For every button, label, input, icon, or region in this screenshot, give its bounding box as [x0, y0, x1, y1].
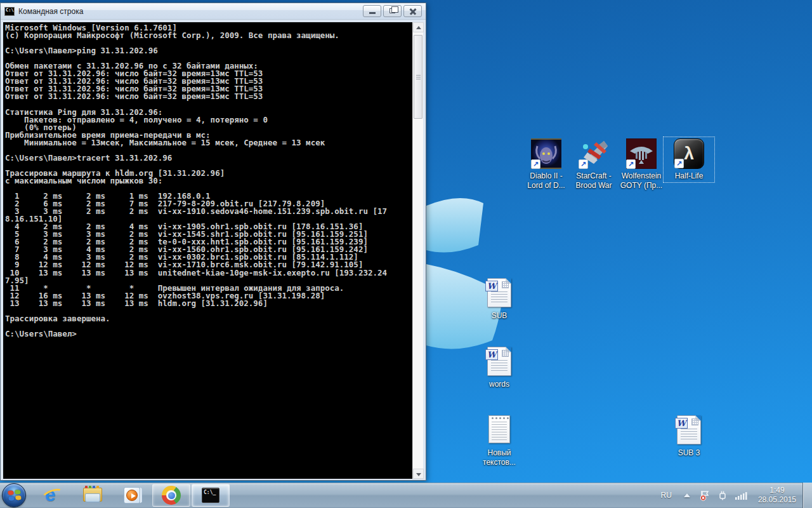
show-desktop-button[interactable]	[802, 483, 812, 508]
taskbar-button-cmd[interactable]: C:\_	[192, 484, 230, 507]
console-line: C:\Users\Павел>	[5, 330, 414, 338]
icon-label: Diablo II -Lord of D...	[522, 171, 570, 190]
console-line: Минимальное = 13мсек, Максимальное = 15 …	[5, 139, 414, 147]
word-document-icon: W	[674, 415, 704, 446]
shortcut-arrow-icon: ↗	[579, 159, 588, 169]
taskbar-button-chrome[interactable]	[152, 484, 190, 507]
scroll-down-button[interactable]	[413, 469, 424, 479]
windows-flag-icon	[8, 490, 22, 502]
word-document-icon: W	[484, 278, 514, 309]
shortcut-arrow-icon: ↗	[626, 159, 636, 169]
console-line: C:\Users\Павел>tracert 31.31.202.96	[5, 154, 414, 162]
icon-label: SUB 3	[665, 448, 713, 458]
console-line: 10 13 ms 13 ms 13 ms unitednet-kiae-10ge…	[5, 269, 414, 277]
scroll-up-button[interactable]	[413, 22, 424, 32]
cmd-icon: C:\_	[202, 488, 219, 503]
word-w-glyph: W	[675, 418, 688, 429]
thumb-grip-icon	[416, 75, 421, 80]
cmd-window-icon: C:\.	[4, 7, 15, 16]
minimize-button[interactable]	[363, 5, 381, 17]
desktop-icon-sub3[interactable]: W SUB 3	[665, 415, 713, 458]
action-center-flag-icon[interactable]	[699, 490, 710, 501]
cmd-window: C:\. Командная строка Microsoft Windows …	[0, 3, 426, 481]
show-hidden-icons-icon[interactable]	[684, 493, 690, 497]
icon-label: StarCraft -Brood War	[570, 171, 618, 190]
halflife-lambda-icon: λ ↗	[674, 138, 704, 169]
icon-label: words	[475, 380, 523, 389]
desktop-icon-wolfenstein[interactable]: ↗ WolfensteinGOTY (Пр...	[617, 138, 665, 190]
arrow-up-icon	[416, 26, 421, 29]
cmd-titlebar[interactable]: C:\. Командная строка	[1, 3, 426, 20]
taskbar-item-internet-explorer[interactable]: e	[43, 485, 64, 506]
restore-icon	[390, 8, 395, 13]
system-tray: RU 1:49 28.05.20	[655, 483, 812, 508]
word-document-icon: W	[484, 347, 514, 377]
icon-label: WolfensteinGOTY (Пр...	[617, 171, 665, 190]
desktop-icon-halflife[interactable]: λ ↗ Half-Life	[665, 138, 713, 181]
taskbar-item-media-player[interactable]	[121, 485, 143, 506]
taskbar-item-windows-explorer[interactable]	[82, 485, 103, 506]
date: 28.05.2015	[758, 495, 796, 505]
console-output[interactable]: Microsoft Windows [Version 6.1.7601](c) …	[3, 22, 414, 479]
console-line: 13 13 ms 13 ms 13 ms hldm.org [31.31.202…	[5, 300, 414, 307]
network-signal-icon[interactable]	[735, 490, 747, 500]
console-line: Ответ от 31.31.202.96: число байт=32 вре…	[5, 93, 414, 100]
desktop-icon-sub[interactable]: W SUB	[475, 278, 523, 321]
word-w-glyph: W	[485, 349, 498, 360]
console-scrollbar[interactable]	[412, 22, 423, 479]
window-title: Командная строка	[18, 7, 363, 16]
icon-label: SUB	[475, 311, 523, 321]
console-line: C:\Users\Павел>ping 31.31.202.96	[5, 47, 414, 55]
desktop-icon-starcraft[interactable]: ↗ StarCraft -Brood War	[570, 138, 618, 190]
close-button[interactable]	[403, 5, 422, 17]
wolfenstein-game-icon: ↗	[626, 138, 657, 169]
console-line: Трассировка завершена.	[5, 315, 414, 323]
restore-button[interactable]	[383, 5, 402, 17]
starcraft-game-icon: ↗	[579, 138, 609, 169]
shortcut-arrow-icon: ↗	[674, 159, 684, 168]
arrow-down-icon	[416, 473, 421, 476]
language-indicator[interactable]: RU	[655, 491, 678, 500]
shortcut-arrow-icon: ↗	[531, 159, 540, 169]
console-line: (c) Корпорация Майкрософт (Microsoft Cor…	[5, 32, 414, 39]
minimize-icon	[369, 12, 376, 14]
play-icon	[131, 493, 136, 498]
console-line: 3 3 ms 2 ms 2 ms vi-xx-1910.sedova46-hom…	[5, 208, 414, 215]
scrollbar-thumb[interactable]	[414, 35, 422, 119]
time: 1:49	[758, 486, 796, 495]
notepad-document-icon	[484, 415, 514, 446]
clock[interactable]: 1:49 28.05.2015	[750, 486, 802, 505]
taskbar: e C:\_ RU	[0, 483, 812, 508]
power-plug-icon[interactable]	[717, 490, 728, 501]
desktop-icon-new-text-document[interactable]: Новыйтекстов...	[475, 415, 523, 467]
diablo2-game-icon: ↗	[531, 138, 561, 169]
icon-label: Новыйтекстов...	[475, 448, 523, 467]
start-button[interactable]	[2, 483, 26, 507]
word-w-glyph: W	[485, 281, 498, 291]
desktop-icon-words[interactable]: W words	[475, 347, 523, 389]
chrome-icon	[162, 486, 181, 505]
icon-label: Half-Life	[665, 171, 713, 181]
desktop[interactable]: ↗ Diablo II -Lord of D... ↗ StarCraft -B…	[0, 0, 812, 508]
console-line: с максимальным числом прыжков 30:	[5, 177, 414, 185]
desktop-icon-diablo2[interactable]: ↗ Diablo II -Lord of D...	[522, 138, 570, 190]
